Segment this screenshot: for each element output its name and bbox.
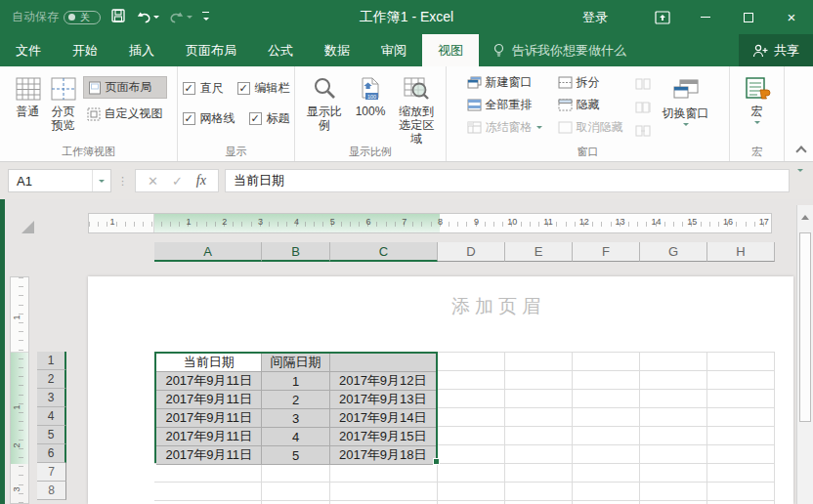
tab-插入[interactable]: 插入 xyxy=(113,34,170,66)
cell-C3[interactable]: 2017年9月13日 xyxy=(330,391,436,409)
new-window-button[interactable]: 新建窗口 xyxy=(463,72,546,93)
cell-B2[interactable]: 1 xyxy=(262,372,329,391)
autosave-switch[interactable]: 关 xyxy=(64,11,101,24)
freeze-panes-button[interactable]: 冻结窗格 xyxy=(463,117,546,138)
selected-range[interactable]: 当前日期间隔日期2017年9月11日12017年9月12日2017年9月11日2… xyxy=(154,352,438,463)
close-button[interactable]: × xyxy=(770,0,813,34)
insert-function-icon[interactable]: fx xyxy=(196,173,206,189)
row-header-8[interactable]: 8 xyxy=(37,482,66,500)
row-header-5[interactable]: 5 xyxy=(37,426,66,444)
maximize-button[interactable] xyxy=(727,0,770,34)
scroll-up-button[interactable] xyxy=(797,205,813,229)
row-header-7[interactable]: 7 xyxy=(37,463,66,482)
custom-views-button[interactable]: 自定义视图 xyxy=(83,104,167,124)
scrollbar-thumb[interactable] xyxy=(799,232,811,422)
redo-button[interactable] xyxy=(169,10,193,25)
tab-开始[interactable]: 开始 xyxy=(57,34,113,66)
autosave-toggle[interactable]: 自动保存 关 xyxy=(12,9,101,25)
fill-handle[interactable] xyxy=(433,458,440,465)
tab-审阅[interactable]: 审阅 xyxy=(365,34,422,66)
column-header-A[interactable]: A xyxy=(154,242,262,262)
cell-B1[interactable]: 间隔日期 xyxy=(262,354,329,372)
row-header-4[interactable]: 4 xyxy=(37,407,66,426)
zoom-button[interactable]: 显示比例 xyxy=(297,70,352,135)
column-header-G[interactable]: G xyxy=(640,242,707,262)
ribbon-display-options-button[interactable] xyxy=(641,0,684,34)
hruler-number: 1 xyxy=(186,217,191,227)
cell-B3[interactable]: 2 xyxy=(262,391,329,409)
row-header-6[interactable]: 6 xyxy=(37,444,66,463)
cell-A6[interactable]: 2017年9月11日 xyxy=(156,446,262,465)
group-label-show: 显示 xyxy=(178,145,294,159)
row-header-1[interactable]: 1 xyxy=(37,352,66,370)
table-row: 2017年9月11日12017年9月12日 xyxy=(156,372,436,391)
cell-C4[interactable]: 2017年9月14日 xyxy=(330,409,436,428)
hruler-number: 7 xyxy=(402,217,406,227)
tab-视图[interactable]: 视图 xyxy=(422,34,479,66)
gridlines-checkbox[interactable]: ✓网格线 xyxy=(183,110,235,127)
cell-B6[interactable]: 5 xyxy=(262,446,329,465)
customize-qat-button[interactable] xyxy=(202,12,209,23)
column-header-F[interactable]: F xyxy=(573,242,640,262)
formula-bar-expand-icon[interactable] xyxy=(795,172,805,189)
tab-文件[interactable]: 文件 xyxy=(0,34,57,66)
synchronous-scrolling-button[interactable] xyxy=(635,100,651,117)
tab-数据[interactable]: 数据 xyxy=(309,34,365,66)
table-row: 2017年9月11日52017年9月18日 xyxy=(156,446,436,465)
zoom-100-button[interactable]: 100 100% xyxy=(352,70,390,121)
cell-A3[interactable]: 2017年9月11日 xyxy=(156,391,262,409)
macros-button[interactable]: 宏 xyxy=(740,70,775,130)
normal-view-button[interactable]: 普通 xyxy=(11,70,46,121)
name-box[interactable]: A1 xyxy=(8,169,111,192)
cell-C6[interactable]: 2017年9月18日 xyxy=(330,446,436,465)
page-break-preview-button[interactable]: 分页 预览 xyxy=(46,70,81,135)
confirm-entry-icon[interactable]: ✓ xyxy=(172,174,183,189)
zoom-to-selection-button[interactable]: 缩放到 选定区域 xyxy=(389,70,444,148)
grid-line xyxy=(639,353,640,504)
switch-windows-button[interactable]: 切换窗口 xyxy=(659,72,713,141)
unhide-button[interactable]: 取消隐藏 xyxy=(554,117,627,138)
undo-button[interactable] xyxy=(136,10,159,25)
column-header-C[interactable]: C xyxy=(330,242,438,262)
cell-A2[interactable]: 2017年9月11日 xyxy=(156,372,262,391)
cell-C1[interactable] xyxy=(330,354,436,372)
row-header-3[interactable]: 3 xyxy=(37,389,66,407)
column-header-B[interactable]: B xyxy=(262,242,330,262)
vruler-number: 2 xyxy=(12,442,21,447)
cell-B5[interactable]: 4 xyxy=(262,428,329,446)
cell-A5[interactable]: 2017年9月11日 xyxy=(156,428,262,446)
headings-checkbox[interactable]: ✓标题 xyxy=(249,110,290,127)
vertical-scrollbar[interactable] xyxy=(796,205,813,504)
name-box-caret-icon[interactable] xyxy=(92,170,110,191)
column-header-E[interactable]: E xyxy=(505,242,573,262)
cancel-entry-icon[interactable]: ✕ xyxy=(148,174,158,189)
hide-button[interactable]: 隐藏 xyxy=(554,95,627,115)
formula-input[interactable]: 当前日期 xyxy=(225,169,790,192)
page-layout-view-button[interactable]: 页面布局 xyxy=(83,76,167,99)
add-header-placeholder[interactable]: 添加页眉 xyxy=(410,294,586,319)
cell-C5[interactable]: 2017年9月15日 xyxy=(330,428,436,446)
cell-B4[interactable]: 3 xyxy=(262,409,329,428)
cell-C2[interactable]: 2017年9月12日 xyxy=(330,372,436,391)
tab-页面布局[interactable]: 页面布局 xyxy=(170,34,252,66)
cell-A1[interactable]: 当前日期 xyxy=(156,354,262,372)
ruler-checkbox[interactable]: ✓直尺 xyxy=(183,80,224,97)
sign-in-button[interactable]: 登录 xyxy=(582,9,608,26)
tell-me-box[interactable]: 告诉我你想要做什么 xyxy=(492,34,626,66)
column-header-H[interactable]: H xyxy=(707,242,775,262)
select-all-button[interactable] xyxy=(21,221,34,233)
row-header-2[interactable]: 2 xyxy=(37,370,66,389)
collapse-ribbon-button[interactable] xyxy=(796,145,805,153)
tab-公式[interactable]: 公式 xyxy=(252,34,309,66)
formula-bar-resizer[interactable]: ⋮ xyxy=(117,175,129,188)
view-side-by-side-button[interactable] xyxy=(635,76,651,94)
save-icon[interactable] xyxy=(110,8,126,27)
share-button[interactable]: 共享 xyxy=(739,34,813,66)
arrange-all-button[interactable]: 全部重排 xyxy=(463,95,546,115)
formula-bar-checkbox[interactable]: ✓编辑栏 xyxy=(237,80,290,97)
reset-window-position-button[interactable] xyxy=(635,123,651,141)
cell-A4[interactable]: 2017年9月11日 xyxy=(156,409,262,428)
minimize-button[interactable] xyxy=(684,0,727,34)
column-header-D[interactable]: D xyxy=(438,242,505,262)
split-button[interactable]: 拆分 xyxy=(554,72,627,93)
